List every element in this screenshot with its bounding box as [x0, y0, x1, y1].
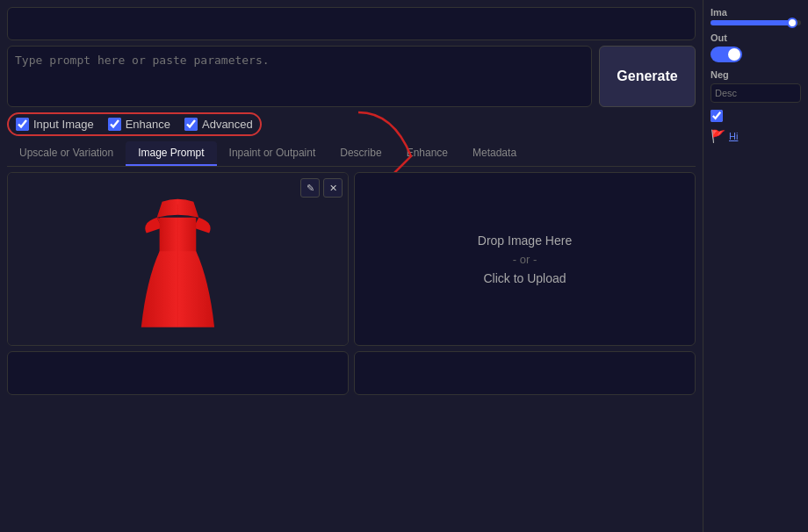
right-checkbox-row: [711, 110, 801, 122]
edit-icon: ✎: [307, 183, 314, 194]
generate-button[interactable]: Generate: [599, 46, 696, 107]
dress-display: [8, 173, 348, 345]
drop-zone-line1: Drop Image Here: [478, 234, 572, 248]
drop-zone: Drop Image Here - or - Click to Upload: [478, 234, 572, 285]
enhance-checkbox[interactable]: [108, 118, 121, 131]
enhance-checkbox-label[interactable]: Enhance: [108, 118, 170, 131]
input-image-label: Input Image: [33, 118, 94, 131]
negative-input[interactable]: [711, 83, 801, 103]
image-slider-track[interactable]: [711, 20, 801, 25]
close-icon-btn[interactable]: ✕: [323, 178, 343, 198]
cell-1-icons: ✎ ✕: [300, 178, 343, 198]
image-cell-4[interactable]: [354, 351, 696, 395]
image-cell-3[interactable]: [7, 351, 349, 395]
tabs-row: Upscale or Variation Image Prompt Inpain…: [7, 141, 696, 167]
hi-res-section: 🚩 Hi: [711, 129, 801, 143]
hi-res-link[interactable]: Hi: [729, 131, 738, 141]
tab-metadata[interactable]: Metadata: [460, 141, 529, 166]
right-checkbox[interactable]: [711, 110, 723, 122]
checkboxes-container: Input Image Enhance Advanced: [7, 112, 262, 136]
left-panel: Generate Input Image Enhance Advanced: [0, 0, 703, 532]
main-layout: Generate Input Image Enhance Advanced: [0, 0, 808, 532]
right-panel: Ima Out Neg 🚩 Hi: [703, 0, 808, 532]
negative-section: Neg: [711, 69, 801, 103]
advanced-checkbox-label[interactable]: Advanced: [184, 118, 253, 131]
enhance-label: Enhance: [126, 118, 170, 131]
tab-image-prompt[interactable]: Image Prompt: [126, 141, 216, 166]
flag-icon: 🚩: [711, 129, 725, 143]
image-slider-section: Ima: [711, 7, 801, 25]
advanced-label: Advanced: [202, 118, 253, 131]
top-input[interactable]: [7, 7, 696, 40]
advanced-checkbox[interactable]: [184, 118, 198, 131]
tab-describe[interactable]: Describe: [328, 141, 393, 166]
input-image-checkbox-label[interactable]: Input Image: [16, 118, 94, 131]
dress-svg: [59, 186, 297, 333]
tab-upscale[interactable]: Upscale or Variation: [7, 141, 126, 166]
prompt-input[interactable]: [7, 46, 592, 107]
image-slider-fill: [711, 20, 792, 25]
tab-enhance[interactable]: Enhance: [394, 141, 460, 166]
drop-zone-or: - or -: [513, 253, 537, 266]
image-slider-thumb[interactable]: [787, 18, 797, 28]
image-grid: ✎ ✕ Drop Image Here - or - Click to Uplo…: [7, 172, 696, 525]
output-section: Out: [711, 32, 801, 62]
input-image-checkbox[interactable]: [16, 118, 29, 131]
tab-inpaint[interactable]: Inpaint or Outpaint: [217, 141, 328, 166]
image-section-label: Ima: [711, 7, 801, 18]
output-label: Out: [711, 32, 801, 43]
checkboxes-row: Input Image Enhance Advanced: [7, 112, 262, 136]
drop-zone-upload: Click to Upload: [483, 271, 566, 285]
output-toggle[interactable]: [711, 47, 742, 62]
image-cell-1[interactable]: ✎ ✕: [7, 172, 349, 346]
close-icon: ✕: [329, 183, 337, 194]
edit-icon-btn[interactable]: ✎: [300, 178, 320, 198]
negative-label: Neg: [711, 69, 801, 80]
prompt-row: Generate: [7, 46, 696, 107]
output-toggle-thumb: [728, 48, 740, 61]
image-cell-2[interactable]: Drop Image Here - or - Click to Upload: [354, 172, 696, 346]
